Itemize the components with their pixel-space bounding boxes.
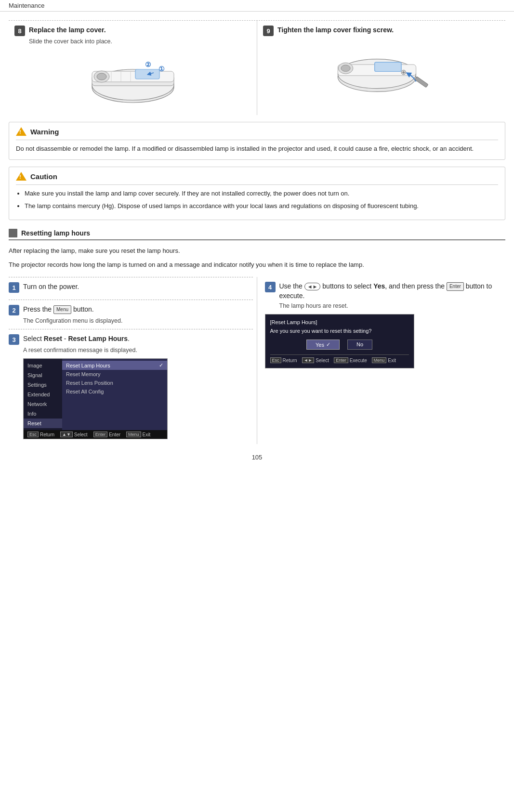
reset-lamp-bold: Reset Lamp Hours [68,335,128,342]
step-8-title: Replace the lamp cover. [29,26,106,34]
step-3-num: 3 [9,334,19,345]
menu-reset-lamp-hours: Reset Lamp Hours ✓ [62,361,167,370]
select-confirm: ◄► Select [302,357,329,363]
caution-body: Make sure you install the lamp and lamp … [16,184,498,211]
step-4-sub: The lamp hours are reset. [279,302,506,309]
menu-info: Info [24,409,62,419]
confirm-bottom-bar: Esc Return ◄► Select Enter Execute Men [270,354,409,363]
step-4-title: Use the ◄► buttons to select Yes, and th… [279,282,506,301]
step-9-header: 9 Tighten the lamp cover fixing screw. [263,26,500,36]
menu-reset-memory: Reset Memory [62,370,167,379]
svg-text:②: ② [145,61,151,68]
warning-icon [16,127,26,136]
enter-key-icon: Enter [447,282,464,291]
step-8-illustration: ② ① [14,50,251,107]
caution-icon [16,172,26,181]
step-3-title: Select Reset - Reset Lamp Hours. [23,334,130,344]
steps-left-col: 1 Turn on the power. 2 Press the Menu bu… [9,277,257,444]
caution-list: Make sure you install the lamp and lamp … [16,189,498,211]
execute-confirm: Enter Execute [334,357,367,363]
steps-right-col: 4 Use the ◄► buttons to select Yes, and … [257,277,506,444]
caution-title: Caution [30,172,57,181]
menu-bottom-bar: Esc Return ▲▼ Select Enter Enter Menu [24,430,167,439]
confirm-buttons: Yes ✓ No [270,340,409,350]
confirm-yes-btn: Yes ✓ [306,340,340,350]
select-key: ▲▼ Select [60,432,88,437]
caution-box: Caution Make sure you install the lamp a… [9,167,505,220]
caution-item-1: Make sure you install the lamp and lamp … [25,189,498,198]
section-icon [9,229,17,237]
body-para-2: The projector records how long the lamp … [9,260,505,270]
menu-reset-lens: Reset Lens Position [62,379,167,387]
step-2-sub: The Configuration menu is displayed. [23,317,253,324]
caution-item-2: The lamp contains mercury (Hg). Dispose … [25,201,498,211]
step-8-header: 8 Replace the lamp cover. [14,26,251,36]
svg-rect-4 [135,69,159,79]
svg-rect-15 [374,62,401,71]
page-header: Maintenance [0,0,514,12]
svg-point-21 [341,65,350,71]
yes-bold: Yes [373,282,385,290]
steps-bottom: 1 Turn on the power. 2 Press the Menu bu… [9,277,505,444]
main-content: 8 Replace the lamp cover. Slide the cove… [0,12,514,480]
step-8-cell: 8 Replace the lamp cover. Slide the cove… [9,21,257,115]
step-2-item: 2 Press the Menu button. The Configurati… [9,300,253,329]
menu-reset-all: Reset All Config [62,387,167,396]
menu-settings: Settings [24,380,62,390]
reset-bold: Reset [44,335,62,342]
step-2-num: 2 [9,305,19,315]
svg-point-8 [97,73,106,80]
body-para-1: After replacing the lamp, make sure you … [9,246,505,256]
svg-text:①: ① [158,65,165,73]
step-3-sub: A reset confirmation message is displaye… [23,347,253,354]
step-4-header: 4 Use the ◄► buttons to select Yes, and … [265,282,506,301]
step-1-title: Turn on the power. [23,282,79,292]
step-3-item: 3 Select Reset - Reset Lamp Hours. A res… [9,329,253,444]
step-9-title: Tighten the lamp cover fixing screw. [277,26,394,34]
menu-signal: Signal [24,370,62,380]
section-title: Resetting lamp hours [21,229,90,237]
step-4-num: 4 [265,282,276,292]
menu-image: Image [24,361,62,370]
step-1-header: 1 Turn on the power. [9,282,253,293]
header-title: Maintenance [9,2,44,9]
step-4-item: 4 Use the ◄► buttons to select Yes, and … [265,277,506,373]
esc-return-confirm: Esc Return [270,357,297,363]
warning-box: Warning Do not disassemble or remodel th… [9,122,505,160]
step-2-header: 2 Press the Menu button. [9,305,253,315]
warning-title: Warning [30,128,59,136]
step-9-num: 9 [263,26,274,36]
arrow-keys-icon: ◄► [304,283,321,290]
menu-reset: Reset [24,419,62,428]
confirm-screenshot: [Reset Lamp Hours] Are you sure you want… [265,314,414,368]
steps-top-row: 8 Replace the lamp cover. Slide the cove… [9,20,505,115]
menu-screenshot: Image Signal Settings Extended Network I… [23,358,168,439]
confirm-no-btn: No [347,340,372,350]
page-number: 105 [9,444,505,466]
enter-key: Enter Enter [93,432,120,437]
esc-return: Esc Return [27,432,54,437]
projector-screw-svg [331,42,432,98]
step-1-num: 1 [9,282,19,293]
menu-key: Menu [53,305,71,314]
projector-cover-svg: ② ① [82,51,184,106]
step-2-title: Press the Menu button. [23,305,94,314]
step-1-item: 1 Turn on the power. [9,277,253,300]
caution-header: Caution [16,172,498,181]
menu-exit-key: Menu Exit [126,432,150,437]
warning-header: Warning [16,127,498,136]
menu-inner: Image Signal Settings Extended Network I… [24,359,167,430]
section-heading: Resetting lamp hours [9,229,505,240]
warning-body: Do not disassemble or remodel the lamp. … [16,140,498,154]
menu-extended: Extended [24,390,62,399]
step-8-num: 8 [14,26,25,36]
svg-rect-19 [415,76,428,87]
confirm-title: [Reset Lamp Hours] [270,319,409,325]
warning-text: Do not disassemble or remodel the lamp. … [16,145,474,152]
step-3-header: 3 Select Reset - Reset Lamp Hours. [9,334,253,345]
menu-left: Image Signal Settings Extended Network I… [24,359,62,430]
menu-right: Reset Lamp Hours ✓ Reset Memory Reset Le… [62,359,167,430]
confirm-question: Are you sure you want to reset this sett… [270,328,409,334]
menu-network: Network [24,399,62,409]
exit-confirm: Menu Exit [372,357,396,363]
